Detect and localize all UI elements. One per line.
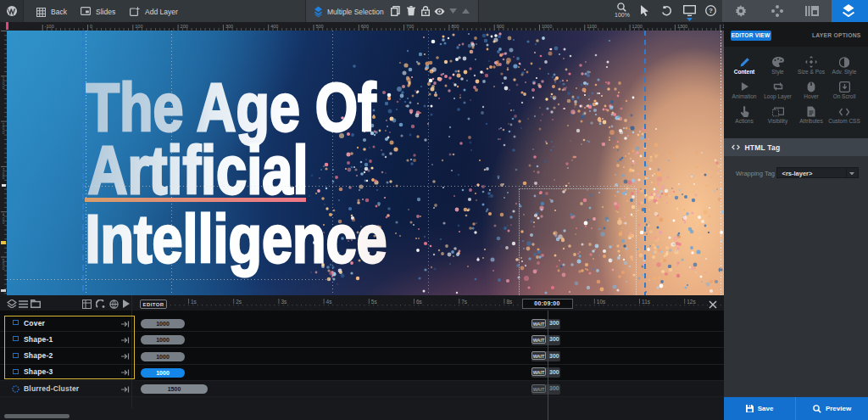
svg-text:4s: 4s — [326, 299, 333, 305]
svg-text:-100: -100 — [45, 24, 54, 29]
svg-text:0: 0 — [3, 266, 5, 271]
svg-text:Artificial: Artificial — [88, 132, 309, 208]
svg-text:10s: 10s — [597, 299, 606, 305]
svg-text:1000: 1000 — [542, 24, 552, 29]
svg-text:1300: 1300 — [677, 24, 687, 29]
svg-text:0: 0 — [3, 86, 5, 90]
svg-text:1s: 1s — [191, 299, 198, 305]
svg-text:3s: 3s — [281, 299, 287, 305]
svg-text:0: 0 — [3, 221, 5, 225]
svg-text:0: 0 — [3, 131, 5, 135]
svg-text:?: ? — [709, 7, 713, 14]
svg-text:0: 0 — [3, 176, 5, 180]
svg-text:1200: 1200 — [632, 24, 643, 29]
svg-text:6s: 6s — [416, 299, 423, 305]
svg-text:12s: 12s — [687, 299, 696, 305]
svg-text:5s: 5s — [371, 299, 378, 305]
svg-text:Intelligence: Intelligence — [86, 201, 387, 277]
svg-text:1100: 1100 — [587, 24, 597, 29]
svg-text:8s: 8s — [506, 299, 513, 305]
svg-text:11s: 11s — [642, 299, 651, 305]
svg-text:2s: 2s — [236, 299, 242, 305]
svg-text:7s: 7s — [461, 299, 468, 305]
